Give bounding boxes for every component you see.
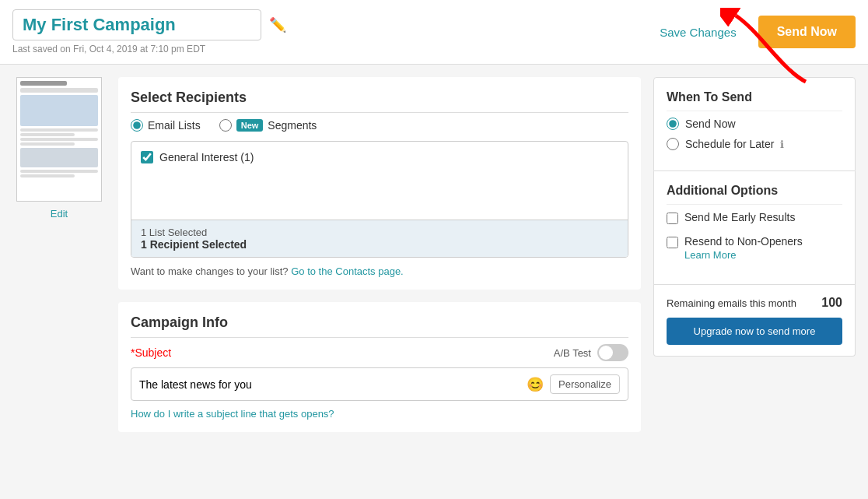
list-count-text: 1 List Selected [141,227,618,238]
remaining-section: Remaining emails this month 100 Upgrade … [653,285,856,357]
resend-label: Resend to Non-Openers [684,235,803,248]
campaign-info-section: Campaign Info *Subject A/B Test 😊 Person… [118,302,641,432]
contacts-page-link[interactable]: Go to the Contacts page. [291,265,404,277]
main-content: Edit Select Recipients Email Lists New S… [0,65,868,445]
ab-test-row: A/B Test [554,344,628,361]
preview-panel: Edit [12,77,106,432]
recipients-type-row: Email Lists New Segments [131,119,628,132]
subject-label: *Subject [131,346,171,359]
segments-radio-label[interactable]: New Segments [219,119,317,132]
save-changes-button[interactable]: Save Changes [650,19,745,45]
send-now-radio[interactable] [667,118,679,130]
when-to-send-panel: When To Send Send Now Schedule for Later… [653,77,856,171]
segments-radio[interactable] [219,119,232,132]
edit-pencil-icon[interactable]: ✏️ [269,16,286,33]
general-interest-label: General Interest (1) [159,151,254,163]
resend-option: Resend to Non-Openers Learn More [667,235,842,261]
send-now-button[interactable]: Send Now [758,16,856,48]
campaign-title: My First Campaign [12,9,261,40]
subject-help-link[interactable]: How do I write a subject line that gets … [131,408,334,420]
emoji-icon[interactable]: 😊 [527,376,544,393]
early-results-label: Send Me Early Results [684,211,795,223]
contacts-prompt: Want to make changes to your list? [131,265,289,277]
info-icon: ℹ [780,139,784,150]
general-interest-checkbox[interactable] [141,151,153,163]
campaign-title-row: My First Campaign ✏️ [12,9,286,40]
email-lists-radio-label[interactable]: Email Lists [131,119,201,132]
header-left: My First Campaign ✏️ Last saved on Fri, … [12,9,286,54]
early-results-option: Send Me Early Results [667,211,842,224]
segments-label: Segments [268,119,317,132]
recipients-section: Select Recipients Email Lists New Segmen… [118,77,641,290]
personalize-button[interactable]: Personalize [550,374,620,394]
list-box-inner: General Interest (1) [131,142,628,220]
new-badge: New [236,119,264,132]
send-now-option: Send Now [667,118,842,130]
early-results-checkbox[interactable] [667,213,678,224]
header-right: Save Changes Send Now [650,16,856,48]
resend-label-block: Resend to Non-Openers Learn More [684,235,803,261]
remaining-row: Remaining emails this month 100 [667,296,842,310]
subject-input-row: 😊 Personalize [131,367,628,401]
ab-test-label: A/B Test [554,347,591,359]
schedule-later-radio[interactable] [667,138,679,150]
list-footer: 1 List Selected 1 Recipient Selected [131,220,628,257]
list-selection-box: General Interest (1) 1 List Selected 1 R… [131,141,628,258]
schedule-later-option: Schedule for Later ℹ [667,138,842,150]
resend-checkbox[interactable] [667,237,678,248]
campaign-info-title: Campaign Info [131,315,628,338]
email-lists-radio[interactable] [131,119,143,132]
subject-label-text: Subject [135,346,171,359]
right-panel: When To Send Send Now Schedule for Later… [653,77,856,432]
learn-more-link[interactable]: Learn More [684,249,803,261]
early-results-label-block: Send Me Early Results [684,211,795,223]
last-saved-text: Last saved on Fri, Oct 4, 2019 at 7:10 p… [12,44,286,54]
send-now-option-label: Send Now [685,118,736,130]
center-content: Select Recipients Email Lists New Segmen… [118,77,641,432]
schedule-later-label: Schedule for Later [685,138,774,150]
additional-options-panel: Additional Options Send Me Early Results… [653,171,856,285]
email-lists-label: Email Lists [148,119,201,132]
contacts-link-row: Want to make changes to your list? Go to… [131,265,628,277]
edit-link[interactable]: Edit [51,208,68,220]
subject-input[interactable] [139,378,520,391]
when-to-send-title: When To Send [667,90,842,111]
ab-test-toggle[interactable] [597,344,628,361]
recipient-count-text: 1 Recipient Selected [141,238,618,251]
recipients-title: Select Recipients [131,90,628,113]
remaining-label: Remaining emails this month [667,297,796,309]
campaign-thumbnail [16,77,102,202]
header: My First Campaign ✏️ Last saved on Fri, … [0,0,868,65]
remaining-count: 100 [821,296,842,310]
subject-row: *Subject A/B Test [131,344,628,361]
additional-options-title: Additional Options [667,184,842,205]
upgrade-button[interactable]: Upgrade now to send more [667,318,842,345]
list-item: General Interest (1) [141,151,618,163]
